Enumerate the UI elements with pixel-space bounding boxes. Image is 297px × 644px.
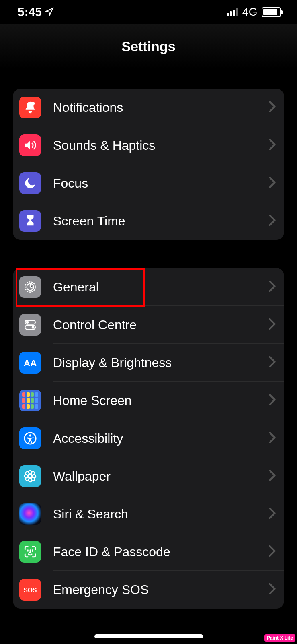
settings-row-emergency-sos[interactable]: Emergency SOS <box>13 571 284 609</box>
settings-row-display-brightness[interactable]: Display & Brightness <box>13 344 284 382</box>
home-screen-icon <box>19 390 41 411</box>
settings-row-general[interactable]: General <box>13 268 284 306</box>
settings-row-sounds-haptics[interactable]: Sounds & Haptics <box>13 126 284 164</box>
toggles-icon <box>19 314 41 336</box>
row-label: Home Screen <box>53 393 269 408</box>
status-time: 5:45 <box>18 5 42 19</box>
chevron-right-icon <box>269 470 276 483</box>
chevron-right-icon <box>269 139 276 152</box>
settings-group: GeneralControl CentreDisplay & Brightnes… <box>13 268 284 609</box>
settings-row-home-screen[interactable]: Home Screen <box>13 382 284 419</box>
row-label: Display & Brightness <box>53 355 269 370</box>
home-indicator[interactable] <box>94 634 203 638</box>
siri-icon <box>19 503 41 525</box>
faceid-icon <box>19 541 41 563</box>
chevron-right-icon <box>269 215 276 227</box>
bell-icon <box>19 97 41 118</box>
settings-group: NotificationsSounds & HapticsFocusScreen… <box>13 89 284 240</box>
row-label: Focus <box>53 176 269 191</box>
page-title: Settings <box>121 39 175 54</box>
row-label: Sounds & Haptics <box>53 138 269 153</box>
battery-icon <box>262 7 281 17</box>
settings-row-siri-search[interactable]: Siri & Search <box>13 495 284 533</box>
header: Settings <box>0 24 297 68</box>
row-label: Emergency SOS <box>53 582 269 597</box>
sos-icon <box>19 579 41 601</box>
chevron-right-icon <box>269 281 276 293</box>
chevron-right-icon <box>269 583 276 596</box>
settings-row-faceid-passcode[interactable]: Face ID & Passcode <box>13 533 284 571</box>
settings-row-focus[interactable]: Focus <box>13 164 284 202</box>
aa-icon <box>19 352 41 374</box>
row-label: Notifications <box>53 100 269 115</box>
row-label: Siri & Search <box>53 507 269 522</box>
chevron-right-icon <box>269 545 276 558</box>
accessibility-icon <box>19 427 41 449</box>
hourglass-icon <box>19 210 41 232</box>
chevron-right-icon <box>269 177 276 190</box>
settings-list: NotificationsSounds & HapticsFocusScreen… <box>0 68 297 609</box>
network-label: 4G <box>242 6 258 19</box>
flower-icon <box>19 465 41 487</box>
row-label: Face ID & Passcode <box>53 545 269 559</box>
chevron-right-icon <box>269 101 276 114</box>
settings-row-accessibility[interactable]: Accessibility <box>13 419 284 457</box>
chevron-right-icon <box>269 356 276 369</box>
settings-row-screen-time[interactable]: Screen Time <box>13 202 284 240</box>
row-label: Screen Time <box>53 214 269 229</box>
settings-row-control-centre[interactable]: Control Centre <box>13 306 284 344</box>
moon-icon <box>19 172 41 194</box>
status-bar: 5:45 4G <box>0 0 297 24</box>
chevron-right-icon <box>269 508 276 520</box>
gear-icon <box>19 276 41 298</box>
row-label: Control Centre <box>53 318 269 332</box>
settings-row-wallpaper[interactable]: Wallpaper <box>13 457 284 495</box>
watermark: Paint X Lite <box>264 634 295 642</box>
speaker-icon <box>19 134 41 156</box>
chevron-right-icon <box>269 394 276 407</box>
cell-signal-icon <box>227 8 238 16</box>
row-label: General <box>53 280 269 295</box>
chevron-right-icon <box>269 432 276 445</box>
settings-row-notifications[interactable]: Notifications <box>13 89 284 126</box>
row-label: Wallpaper <box>53 469 269 484</box>
row-label: Accessibility <box>53 431 269 446</box>
location-icon <box>45 5 54 19</box>
chevron-right-icon <box>269 318 276 331</box>
